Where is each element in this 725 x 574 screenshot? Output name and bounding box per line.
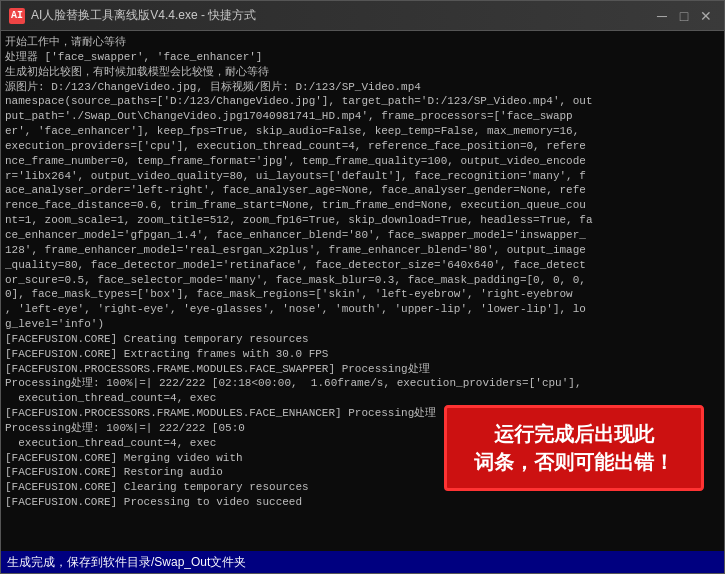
status-bar: 生成完成，保存到软件目录/Swap_Out文件夹 xyxy=(1,551,724,573)
close-button[interactable]: ✕ xyxy=(696,6,716,26)
main-window: AI AI人脸替换工具离线版V4.4.exe - 快捷方式 ─ □ ✕ 开始工作… xyxy=(0,0,725,574)
app-icon: AI xyxy=(9,8,25,24)
terminal-content: 开始工作中，请耐心等待 处理器 ['face_swapper', 'face_e… xyxy=(1,31,724,551)
maximize-button[interactable]: □ xyxy=(674,6,694,26)
title-bar-left: AI AI人脸替换工具离线版V4.4.exe - 快捷方式 xyxy=(9,7,256,24)
window-controls[interactable]: ─ □ ✕ xyxy=(652,6,716,26)
status-text: 生成完成，保存到软件目录/Swap_Out文件夹 xyxy=(7,554,246,571)
notice-line1: 运行完成后出现此 xyxy=(463,420,685,448)
window-title: AI人脸替换工具离线版V4.4.exe - 快捷方式 xyxy=(31,7,256,24)
minimize-button[interactable]: ─ xyxy=(652,6,672,26)
completion-notice: 运行完成后出现此 词条，否则可能出错！ xyxy=(444,405,704,491)
title-bar: AI AI人脸替换工具离线版V4.4.exe - 快捷方式 ─ □ ✕ xyxy=(1,1,724,31)
notice-line2: 词条，否则可能出错！ xyxy=(463,448,685,476)
